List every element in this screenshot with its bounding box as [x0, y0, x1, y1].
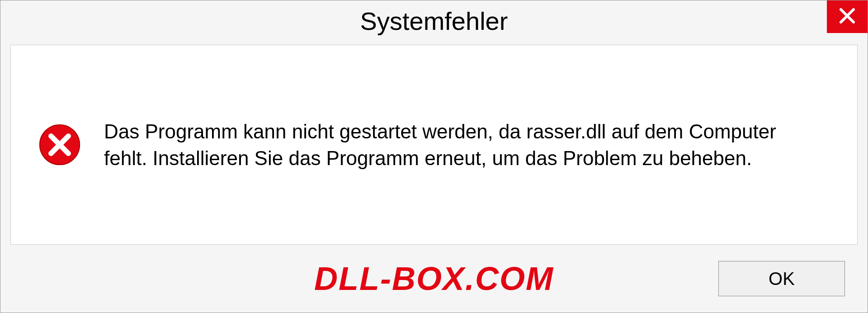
close-icon [838, 7, 856, 27]
dialog-footer: DLL-BOX.COM OK [0, 245, 868, 313]
ok-button[interactable]: OK [718, 261, 845, 296]
titlebar: Systemfehler [0, 0, 868, 41]
watermark-text: DLL-BOX.COM [314, 260, 554, 297]
error-icon [38, 123, 81, 166]
close-button[interactable] [827, 0, 868, 33]
message-panel: Das Programm kann nicht gestartet werden… [10, 45, 858, 245]
error-dialog: Systemfehler Das Programm kann nicht ges… [0, 0, 868, 313]
dialog-title: Systemfehler [360, 6, 508, 36]
error-message: Das Programm kann nicht gestartet werden… [104, 118, 830, 172]
